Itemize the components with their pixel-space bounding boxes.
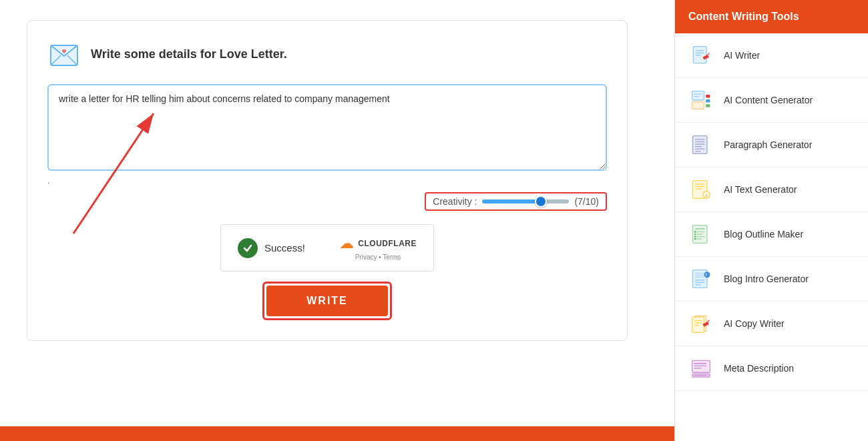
- sidebar-item-blog-intro-generator[interactable]: i Blog Intro Generator: [675, 257, 868, 302]
- success-check: Success!: [238, 238, 305, 258]
- write-button-row: WRITE: [47, 282, 607, 320]
- svg-point-39: [694, 238, 696, 240]
- creativity-row: Creativity : (7/10): [47, 192, 607, 211]
- sidebar-header: Content Writing Tools: [675, 0, 868, 33]
- sidebar-item-label-ai-text-generator: AI Text Generator: [724, 184, 797, 195]
- write-button[interactable]: WRITE: [266, 286, 388, 316]
- svg-rect-10: [692, 91, 704, 100]
- sidebar-item-meta-description[interactable]: Meta Description: [675, 346, 868, 391]
- write-button-wrapper: WRITE: [262, 282, 392, 320]
- blog-intro-generator-icon: i: [688, 266, 714, 292]
- captcha-row: Success! ☁ CLOUDFLARE Privacy • Terms: [47, 224, 607, 272]
- svg-point-38: [694, 236, 696, 238]
- sidebar-item-ai-text-generator[interactable]: ✓ AI Text Generator: [675, 167, 868, 212]
- svg-line-52: [708, 320, 710, 322]
- card-header: Write some details for Love Letter.: [47, 37, 607, 71]
- svg-point-37: [694, 234, 696, 236]
- sidebar-item-paragraph-generator[interactable]: Paragraph Generator: [675, 123, 868, 167]
- ai-text-generator-icon: ✓: [688, 177, 714, 202]
- sidebar-item-ai-content-generator[interactable]: AI Content Generator: [675, 78, 868, 123]
- cloudflare-logo: ☁ CLOUDFLARE: [339, 235, 417, 252]
- ai-content-generator-icon: [688, 87, 714, 113]
- success-text: Success!: [264, 242, 305, 254]
- sidebar-item-ai-copy-writer[interactable]: AI Copy Writer: [675, 302, 868, 346]
- svg-rect-12: [706, 95, 710, 97]
- love-letter-card: Write some details for Love Letter. writ…: [27, 20, 628, 341]
- main-content: Write some details for Love Letter. writ…: [0, 0, 674, 441]
- sidebar-item-label-blog-outline-maker: Blog Outline Maker: [724, 229, 803, 240]
- cloudflare-branding: ☁ CLOUDFLARE Privacy • Terms: [339, 235, 417, 261]
- creativity-value: (7/10): [574, 196, 599, 207]
- meta-description-icon: [688, 356, 714, 381]
- svg-line-9: [708, 53, 710, 55]
- svg-text:✓: ✓: [704, 193, 708, 199]
- creativity-slider[interactable]: [482, 199, 569, 203]
- sidebar-item-ai-writer[interactable]: AI Writer: [675, 33, 868, 78]
- svg-rect-41: [695, 272, 704, 278]
- sidebar: Content Writing Tools AI Writer: [674, 0, 868, 441]
- creativity-label-box: Creativity : (7/10): [425, 192, 607, 211]
- svg-text:i: i: [706, 272, 707, 278]
- cf-privacy-link[interactable]: Privacy: [355, 254, 377, 261]
- paragraph-generator-icon: [688, 132, 714, 157]
- sidebar-item-label-ai-writer: AI Writer: [724, 50, 760, 61]
- envelope-icon: [47, 37, 81, 71]
- cloudflare-text: CLOUDFLARE: [358, 239, 417, 248]
- sidebar-item-label-paragraph-generator: Paragraph Generator: [724, 139, 812, 150]
- check-circle-icon: [238, 238, 258, 258]
- ai-writer-icon: [688, 43, 714, 68]
- cloudflare-cloud-icon: ☁: [339, 235, 354, 252]
- svg-rect-13: [706, 99, 710, 102]
- bottom-orange-bar: [0, 426, 674, 441]
- ai-copy-writer-icon: [688, 311, 714, 336]
- sidebar-item-label-meta-description: Meta Description: [724, 363, 794, 374]
- svg-rect-5: [693, 47, 706, 63]
- details-textarea[interactable]: write a letter for HR telling him about …: [47, 84, 607, 171]
- sidebar-item-label-ai-content-generator: AI Content Generator: [724, 95, 813, 105]
- svg-point-36: [694, 231, 696, 233]
- dot-label: .: [47, 176, 607, 185]
- cf-links: Privacy • Terms: [355, 254, 401, 261]
- svg-rect-48: [692, 317, 704, 332]
- card-title: Write some details for Love Letter.: [91, 47, 287, 61]
- creativity-text: Creativity :: [433, 196, 477, 207]
- sidebar-item-label-ai-copy-writer: AI Copy Writer: [724, 318, 785, 329]
- blog-outline-maker-icon: [688, 222, 714, 247]
- svg-rect-14: [706, 104, 710, 107]
- svg-rect-11: [692, 102, 704, 109]
- sidebar-item-label-blog-intro-generator: Blog Intro Generator: [724, 274, 809, 284]
- cf-terms-link[interactable]: Terms: [383, 254, 401, 261]
- captcha-box: Success! ☁ CLOUDFLARE Privacy • Terms: [220, 224, 434, 272]
- cf-separator: •: [379, 254, 381, 261]
- sidebar-item-blog-outline-maker[interactable]: Blog Outline Maker: [675, 212, 868, 257]
- svg-rect-53: [692, 360, 710, 372]
